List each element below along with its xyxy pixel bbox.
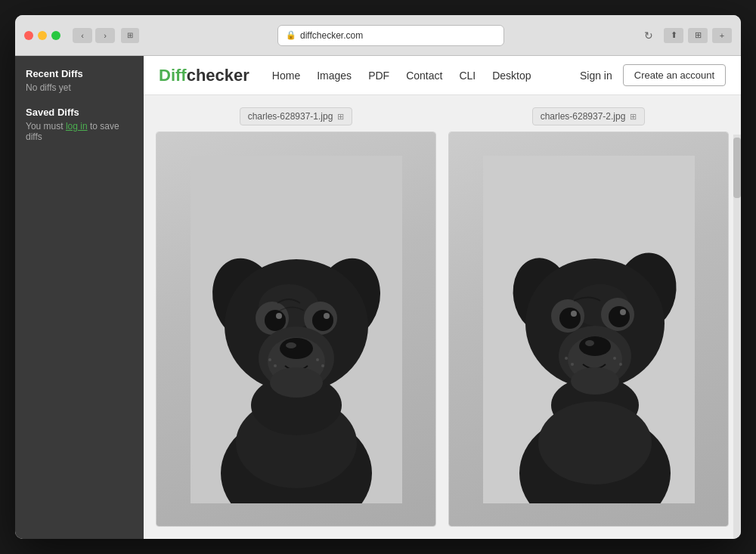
minimize-button[interactable] [38,31,47,40]
svg-point-45 [571,367,619,395]
right-image-copy-icon[interactable]: ⊞ [630,112,637,122]
extend-button[interactable]: + [712,28,732,43]
full-app: Diffchecker Home Images PDF Contact CLI … [144,56,741,539]
recent-diffs-empty: No diffs yet [26,82,133,93]
browser-chrome: ‹ › ⊞ 🔒 diffchecker.com ↻ ⬆ ⊞ + [15,15,741,56]
saved-diffs-prefix: You must [26,121,66,132]
left-pug-image [156,132,435,526]
nav-actions: Sign in Create an account [580,64,726,86]
left-image-label-bar: charles-628937-1.jpg ⊞ [240,107,353,125]
logo-diff: Diff [159,66,187,85]
svg-point-18 [270,367,323,398]
svg-point-17 [286,342,296,348]
scrollbar-track[interactable] [733,135,741,539]
left-image-container [156,132,436,527]
nav-desktop[interactable]: Desktop [492,70,531,82]
nav-contact[interactable]: Contact [406,70,442,82]
left-image-label: charles-628937-1.jpg [248,111,333,122]
saved-diffs-text: You must log in to save diffs [26,121,133,142]
app-layout: Recent Diffs No diffs yet Saved Diffs Yo… [15,56,741,539]
svg-point-33 [609,306,630,327]
address-bar-container: 🔒 diffchecker.com [148,25,634,46]
tab-icon: ⊞ [121,28,139,43]
back-button[interactable]: ‹ [73,28,92,43]
svg-point-12 [276,313,282,319]
forward-button[interactable]: › [95,28,115,43]
address-text: diffchecker.com [300,30,363,41]
nav-images[interactable]: Images [317,70,352,82]
scrollbar-thumb[interactable] [733,138,741,198]
svg-point-16 [280,338,313,359]
nav-home[interactable]: Home [272,70,300,82]
left-image-copy-icon[interactable]: ⊞ [337,112,344,122]
svg-point-35 [620,309,626,315]
svg-point-44 [619,363,622,366]
svg-point-10 [265,310,286,331]
diff-area: charles-628937-1.jpg ⊞ [144,95,741,539]
address-bar[interactable]: 🔒 diffchecker.com [277,25,504,46]
right-pug-image [449,132,728,526]
lock-icon: 🔒 [286,30,296,40]
nav-cli[interactable]: CLI [459,70,476,82]
svg-point-20 [274,364,277,367]
svg-point-39 [585,340,594,346]
right-pug-svg [483,156,695,503]
svg-point-40 [538,401,652,484]
browser-actions: ⬆ ⊞ + [664,28,732,43]
right-image-panel: charles-628937-2.jpg ⊞ [448,107,729,527]
left-pug-svg [191,156,402,503]
maximize-button[interactable] [51,31,60,40]
nav-links: Home Images PDF Contact CLI Desktop [272,69,531,82]
svg-point-38 [579,336,611,356]
svg-point-22 [321,364,324,367]
saved-diffs-title: Saved Diffs [26,107,133,118]
create-account-button[interactable]: Create an account [623,64,726,86]
logo-checker: checker [187,66,249,85]
svg-point-21 [316,358,319,361]
sign-in-button[interactable]: Sign in [580,70,612,82]
svg-point-13 [324,313,330,319]
svg-point-11 [312,310,333,331]
panel-separator [436,107,448,527]
logo[interactable]: Diffchecker [159,66,249,85]
new-tab-button[interactable]: ⊞ [688,28,708,43]
svg-point-34 [571,311,577,317]
nav-pdf[interactable]: PDF [368,70,389,82]
top-navbar: Diffchecker Home Images PDF Contact CLI … [144,56,741,95]
svg-point-19 [268,358,271,361]
share-button[interactable]: ⬆ [664,28,683,43]
close-button[interactable] [24,31,33,40]
recent-diffs-title: Recent Diffs [26,68,133,79]
svg-point-32 [559,308,581,329]
right-image-label: charles-628937-2.jpg [541,111,626,122]
svg-point-41 [565,357,568,360]
svg-point-42 [571,363,574,366]
right-image-container [448,132,729,527]
right-image-label-bar: charles-628937-2.jpg ⊞ [532,107,646,125]
traffic-lights [24,31,60,40]
browser-window: ‹ › ⊞ 🔒 diffchecker.com ↻ ⬆ ⊞ + Recent D… [15,15,741,539]
left-image-panel: charles-628937-1.jpg ⊞ [156,107,436,527]
svg-point-43 [613,357,616,360]
log-in-link[interactable]: log in [66,121,88,132]
nav-buttons: ‹ › [73,28,115,43]
refresh-button[interactable]: ↻ [640,26,658,45]
sidebar: Recent Diffs No diffs yet Saved Diffs Yo… [15,56,144,539]
